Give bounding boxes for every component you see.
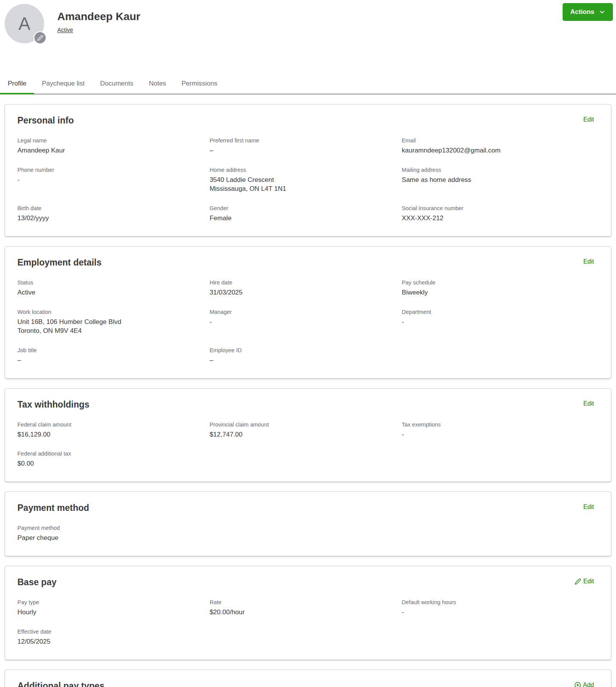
field-work-location: Work location Unit 16B, 106 Humber Colle… [17,309,210,336]
chevron-down-icon [599,9,605,15]
field-value: – [210,146,402,155]
field-value: 12/05/2025 [17,637,210,646]
tab-paycheque-list[interactable]: Paycheque list [34,77,92,94]
field-label: Email [402,137,594,144]
personal-info-card: Personal info Edit Legal name Amandeep K… [5,104,611,236]
field-label: Work location [17,309,210,315]
tab-bar: Profile Paycheque list Documents Notes P… [0,77,616,94]
field-value: kauramndeep132002@gmail.com [402,146,594,155]
field-department: Department - [402,309,594,336]
tax-withholdings-card: Tax withholdings Edit Federal claim amou… [5,388,611,482]
field-status: Status Active [17,279,210,297]
field-label: Birth date [17,205,210,211]
field-label: Pay schedule [402,279,594,286]
tab-permissions[interactable]: Permissions [174,77,225,94]
tax-withholdings-edit-link[interactable]: Edit [583,400,594,407]
field-provincial-claim-amount: Provincial claim amount $12,747.00 [210,421,402,439]
field-value: - [402,318,594,327]
field-social-insurance-number: Social insurance number XXX-XXX-212 [402,205,594,223]
add-pay-type-label: Add [583,682,594,687]
field-default-working-hours: Default working hours - [402,599,594,617]
employee-name: Amandeep Kaur [57,11,140,23]
field-label: Tax exemptions [402,421,594,428]
field-label: Default working hours [402,599,594,605]
field-tax-exemptions: Tax exemptions - [402,421,594,439]
field-value: Hourly [17,608,210,617]
avatar-initial: A [19,13,31,34]
employment-details-edit-link[interactable]: Edit [583,258,594,265]
field-payment-method: Payment method Paper cheque [17,525,210,543]
field-label: Mailing address [402,167,594,173]
base-pay-title: Base pay [17,577,56,588]
field-label: Hire date [210,279,402,286]
field-employee-id: Employee ID – [210,347,402,365]
field-label: Pay type [17,599,210,605]
field-label: Job title [17,347,210,353]
personal-info-title: Personal info [17,115,74,126]
field-email: Email kauramndeep132002@gmail.com [402,137,594,155]
field-phone-number: Phone number - [17,167,210,194]
field-label: Legal name [17,137,210,144]
tax-withholdings-title: Tax withholdings [17,399,89,410]
field-label: Gender [210,205,402,211]
add-pay-type-button[interactable]: Add [574,682,594,687]
base-pay-edit-link[interactable]: Edit [575,578,594,585]
field-label: Effective date [17,629,210,635]
field-manager: Manager - [210,309,402,336]
field-label: Preferred first name [210,137,402,144]
tab-profile[interactable]: Profile [0,77,34,94]
field-label: Phone number [17,167,210,173]
field-rate: Rate $20.00/hour [210,599,402,617]
field-label: Rate [210,599,402,605]
field-value: $20.00/hour [210,608,402,617]
field-effective-date: Effective date 12/05/2025 [17,629,210,646]
payment-method-title: Payment method [17,503,89,513]
tab-documents[interactable]: Documents [92,77,141,94]
actions-button[interactable]: Actions [563,3,613,21]
field-label: Status [17,279,210,286]
field-value: Female [210,214,402,223]
base-pay-card: Base pay Edit Pay type Hourly Rate $20.0… [5,566,611,660]
employment-details-card: Employment details Edit Status Active Hi… [5,246,611,379]
field-value: Same as home address [402,176,594,185]
status-link[interactable]: Active [57,26,73,33]
field-label: Manager [210,309,402,315]
payment-method-edit-link[interactable]: Edit [583,504,594,511]
employment-details-title: Employment details [17,257,101,268]
field-job-title: Job title – [17,347,210,365]
field-label: Social insurance number [402,205,594,211]
base-pay-edit-label: Edit [583,578,594,585]
field-value: - [17,176,210,185]
field-mailing-address: Mailing address Same as home address [402,167,594,194]
field-value: – [17,356,210,365]
personal-info-edit-link[interactable]: Edit [583,116,594,123]
edit-pencil-icon [575,578,581,585]
field-value: Biweekly [402,288,594,297]
field-value: $12,747.00 [210,430,402,439]
field-federal-claim-amount: Federal claim amount $16,129.00 [17,421,210,439]
field-value: Paper cheque [17,534,210,543]
field-value: $16,129.00 [17,430,210,439]
field-gender: Gender Female [210,205,402,223]
field-legal-name: Legal name Amandeep Kaur [17,137,210,155]
field-pay-schedule: Pay schedule Biweekly [402,279,594,297]
tab-notes[interactable]: Notes [141,77,174,94]
field-value: 31/03/2025 [210,288,402,297]
field-value: XXX-XXX-212 [402,214,594,223]
field-value: 3540 Laddie Crescent Mississauga, ON L4T… [210,176,402,194]
avatar-edit-button[interactable] [34,31,46,44]
field-value: Amandeep Kaur [17,146,210,155]
circle-plus-icon [574,682,581,687]
main-content: Personal info Edit Legal name Amandeep K… [0,104,616,687]
field-label: Home address [210,167,402,173]
field-value: - [402,430,594,439]
page-header: A Amandeep Kaur Active Actions [0,0,616,43]
field-label: Department [402,309,594,315]
additional-pay-types-card: Additional pay types Add Pay type Type..… [5,670,611,687]
field-preferred-first-name: Preferred first name – [210,137,402,155]
pencil-icon [37,35,43,41]
payment-method-card: Payment method Edit Payment method Paper… [5,492,611,556]
field-federal-additional-tax: Federal additional tax $0.00 [17,451,210,468]
field-value: Unit 16B, 106 Humber College Blvd Toront… [17,318,210,336]
field-pay-type: Pay type Hourly [17,599,210,617]
